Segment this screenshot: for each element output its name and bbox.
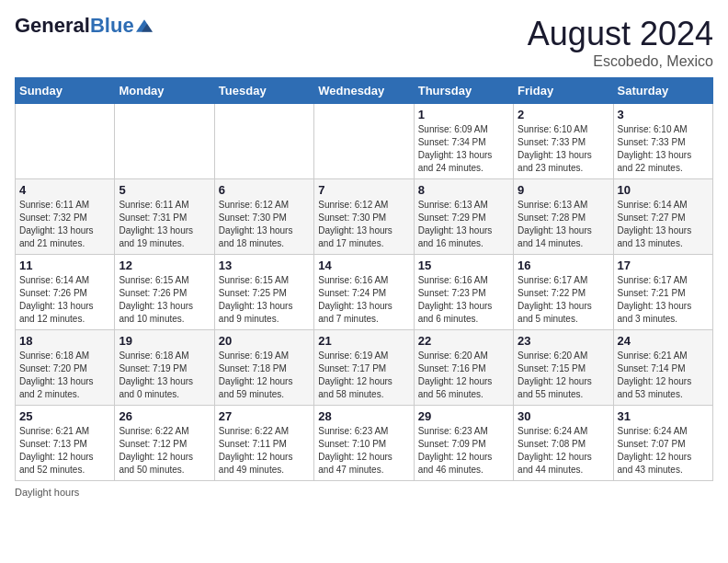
calendar-cell: 10Sunrise: 6:14 AM Sunset: 7:27 PM Dayli… — [613, 179, 712, 255]
calendar-cell: 22Sunrise: 6:20 AM Sunset: 7:16 PM Dayli… — [414, 330, 513, 406]
day-number: 27 — [219, 409, 310, 423]
day-number: 30 — [518, 409, 609, 423]
calendar-header: SundayMondayTuesdayWednesdayThursdayFrid… — [16, 78, 713, 104]
calendar-day-header: Wednesday — [314, 78, 414, 104]
day-info: Sunrise: 6:21 AM Sunset: 7:14 PM Dayligh… — [618, 350, 709, 401]
day-number: 2 — [518, 108, 609, 121]
calendar-cell: 30Sunrise: 6:24 AM Sunset: 7:08 PM Dayli… — [514, 406, 613, 481]
day-number: 22 — [418, 334, 509, 348]
day-info: Sunrise: 6:18 AM Sunset: 7:20 PM Dayligh… — [19, 350, 110, 401]
calendar-cell: 28Sunrise: 6:23 AM Sunset: 7:10 PM Dayli… — [314, 406, 414, 481]
calendar-cell: 12Sunrise: 6:15 AM Sunset: 7:26 PM Dayli… — [115, 255, 214, 330]
day-info: Sunrise: 6:16 AM Sunset: 7:23 PM Dayligh… — [418, 274, 509, 326]
day-info: Sunrise: 6:14 AM Sunset: 7:26 PM Dayligh… — [19, 274, 110, 326]
title-block: August 2024 Escobedo, Mexico — [528, 15, 713, 70]
day-info: Sunrise: 6:10 AM Sunset: 7:33 PM Dayligh… — [618, 123, 709, 175]
day-info: Sunrise: 6:13 AM Sunset: 7:29 PM Dayligh… — [418, 199, 509, 250]
calendar-day-header: Friday — [514, 78, 613, 104]
day-info: Sunrise: 6:14 AM Sunset: 7:27 PM Dayligh… — [618, 199, 709, 250]
calendar-cell: 3Sunrise: 6:10 AM Sunset: 7:33 PM Daylig… — [613, 104, 712, 179]
day-info: Sunrise: 6:10 AM Sunset: 7:33 PM Dayligh… — [518, 123, 609, 175]
calendar-cell: 24Sunrise: 6:21 AM Sunset: 7:14 PM Dayli… — [613, 330, 712, 406]
day-info: Sunrise: 6:21 AM Sunset: 7:13 PM Dayligh… — [19, 425, 110, 477]
calendar-cell: 14Sunrise: 6:16 AM Sunset: 7:24 PM Dayli… — [314, 255, 414, 330]
day-number: 17 — [618, 259, 709, 272]
day-number: 3 — [618, 108, 709, 121]
day-number: 18 — [19, 334, 110, 348]
calendar-cell: 13Sunrise: 6:15 AM Sunset: 7:25 PM Dayli… — [214, 255, 313, 330]
day-number: 24 — [618, 334, 709, 348]
calendar-cell — [314, 104, 414, 179]
calendar-cell — [115, 104, 214, 179]
page-header: GeneralBlue August 2024 Escobedo, Mexico — [15, 15, 713, 70]
calendar-cell: 31Sunrise: 6:24 AM Sunset: 7:07 PM Dayli… — [613, 406, 712, 481]
day-info: Sunrise: 6:20 AM Sunset: 7:16 PM Dayligh… — [418, 350, 509, 401]
calendar-cell: 20Sunrise: 6:19 AM Sunset: 7:18 PM Dayli… — [214, 330, 313, 406]
day-number: 9 — [518, 183, 609, 197]
day-number: 5 — [119, 183, 210, 197]
day-number: 16 — [518, 259, 609, 272]
day-number: 1 — [418, 108, 509, 121]
day-info: Sunrise: 6:11 AM Sunset: 7:32 PM Dayligh… — [19, 199, 110, 250]
calendar-cell: 21Sunrise: 6:19 AM Sunset: 7:17 PM Dayli… — [314, 330, 414, 406]
day-info: Sunrise: 6:20 AM Sunset: 7:15 PM Dayligh… — [518, 350, 609, 401]
day-info: Sunrise: 6:16 AM Sunset: 7:24 PM Dayligh… — [318, 274, 409, 326]
calendar-cell: 8Sunrise: 6:13 AM Sunset: 7:29 PM Daylig… — [414, 179, 513, 255]
calendar-cell — [16, 104, 115, 179]
calendar-cell: 18Sunrise: 6:18 AM Sunset: 7:20 PM Dayli… — [16, 330, 115, 406]
calendar-cell: 11Sunrise: 6:14 AM Sunset: 7:26 PM Dayli… — [16, 255, 115, 330]
calendar-table: SundayMondayTuesdayWednesdayThursdayFrid… — [15, 77, 713, 481]
day-info: Sunrise: 6:12 AM Sunset: 7:30 PM Dayligh… — [219, 199, 310, 250]
logo-icon — [136, 19, 153, 32]
calendar-cell: 15Sunrise: 6:16 AM Sunset: 7:23 PM Dayli… — [414, 255, 513, 330]
day-info: Sunrise: 6:17 AM Sunset: 7:22 PM Dayligh… — [518, 274, 609, 326]
calendar-day-header: Tuesday — [214, 78, 313, 104]
footer-note: Daylight hours — [15, 487, 713, 498]
day-info: Sunrise: 6:15 AM Sunset: 7:26 PM Dayligh… — [119, 274, 210, 326]
page-subtitle: Escobedo, Mexico — [528, 53, 713, 70]
calendar-cell: 4Sunrise: 6:11 AM Sunset: 7:32 PM Daylig… — [16, 179, 115, 255]
day-number: 12 — [119, 259, 210, 272]
logo-text: GeneralBlue — [15, 15, 134, 37]
day-number: 15 — [418, 259, 509, 272]
day-number: 20 — [219, 334, 310, 348]
day-number: 10 — [618, 183, 709, 197]
calendar-day-header: Saturday — [613, 78, 712, 104]
day-number: 19 — [119, 334, 210, 348]
calendar-day-header: Monday — [115, 78, 214, 104]
day-info: Sunrise: 6:19 AM Sunset: 7:18 PM Dayligh… — [219, 350, 310, 401]
day-number: 4 — [19, 183, 110, 197]
day-info: Sunrise: 6:24 AM Sunset: 7:08 PM Dayligh… — [518, 425, 609, 477]
day-info: Sunrise: 6:23 AM Sunset: 7:09 PM Dayligh… — [418, 425, 509, 477]
calendar-cell: 7Sunrise: 6:12 AM Sunset: 7:30 PM Daylig… — [314, 179, 414, 255]
day-number: 6 — [219, 183, 310, 197]
day-info: Sunrise: 6:11 AM Sunset: 7:31 PM Dayligh… — [119, 199, 210, 250]
calendar-cell: 9Sunrise: 6:13 AM Sunset: 7:28 PM Daylig… — [514, 179, 613, 255]
day-info: Sunrise: 6:13 AM Sunset: 7:28 PM Dayligh… — [518, 199, 609, 250]
day-info: Sunrise: 6:24 AM Sunset: 7:07 PM Dayligh… — [618, 425, 709, 477]
day-number: 13 — [219, 259, 310, 272]
calendar-cell — [214, 104, 313, 179]
calendar-cell: 25Sunrise: 6:21 AM Sunset: 7:13 PM Dayli… — [16, 406, 115, 481]
calendar-cell: 19Sunrise: 6:18 AM Sunset: 7:19 PM Dayli… — [115, 330, 214, 406]
calendar-day-header: Thursday — [414, 78, 513, 104]
calendar-cell: 29Sunrise: 6:23 AM Sunset: 7:09 PM Dayli… — [414, 406, 513, 481]
day-number: 31 — [618, 409, 709, 423]
logo: GeneralBlue — [15, 15, 153, 37]
calendar-cell: 27Sunrise: 6:22 AM Sunset: 7:11 PM Dayli… — [214, 406, 313, 481]
day-info: Sunrise: 6:23 AM Sunset: 7:10 PM Dayligh… — [318, 425, 409, 477]
page-title: August 2024 — [528, 15, 713, 53]
day-info: Sunrise: 6:15 AM Sunset: 7:25 PM Dayligh… — [219, 274, 310, 326]
day-info: Sunrise: 6:22 AM Sunset: 7:12 PM Dayligh… — [119, 425, 210, 477]
calendar-cell: 2Sunrise: 6:10 AM Sunset: 7:33 PM Daylig… — [514, 104, 613, 179]
calendar-cell: 1Sunrise: 6:09 AM Sunset: 7:34 PM Daylig… — [414, 104, 513, 179]
day-number: 7 — [318, 183, 409, 197]
day-info: Sunrise: 6:22 AM Sunset: 7:11 PM Dayligh… — [219, 425, 310, 477]
day-number: 23 — [518, 334, 609, 348]
calendar-cell: 16Sunrise: 6:17 AM Sunset: 7:22 PM Dayli… — [514, 255, 613, 330]
day-info: Sunrise: 6:18 AM Sunset: 7:19 PM Dayligh… — [119, 350, 210, 401]
calendar-cell: 23Sunrise: 6:20 AM Sunset: 7:15 PM Dayli… — [514, 330, 613, 406]
calendar-cell: 17Sunrise: 6:17 AM Sunset: 7:21 PM Dayli… — [613, 255, 712, 330]
day-number: 11 — [19, 259, 110, 272]
day-number: 25 — [19, 409, 110, 423]
